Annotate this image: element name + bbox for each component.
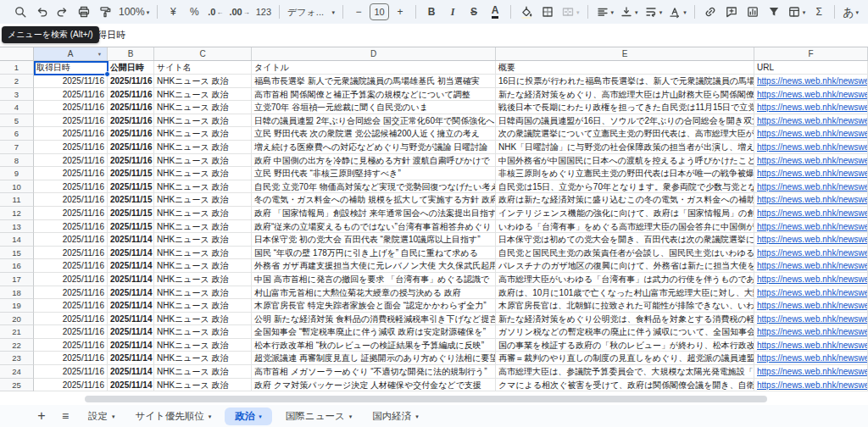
cell-acquired-datetime[interactable]: 2025/11/16 bbox=[34, 101, 108, 114]
cell-site-name[interactable]: NHKニュース 政治 bbox=[154, 141, 252, 154]
cell-site-name[interactable]: NHKニュース 政治 bbox=[154, 114, 252, 128]
cell-title[interactable]: 高市首相 関係閣僚と補正予算案の規模などについて調整 bbox=[252, 88, 496, 102]
fill-handle[interactable] bbox=[104, 71, 110, 77]
cell-url[interactable]: https://news.web.nhk/newswe bbox=[754, 365, 868, 379]
cell-summary[interactable]: 国の事業を検証する政府の「秋のレビュー」が終わり、松本行政改 bbox=[496, 339, 754, 352]
cell-title[interactable]: 福島市長選挙 新人で元衆議院議員の馬場雄基氏 初当選確実 bbox=[252, 75, 496, 88]
cell-url[interactable]: https://news.web.nhk/newswe bbox=[754, 286, 868, 300]
row-number[interactable]: 21 bbox=[0, 325, 34, 339]
cell-summary[interactable]: いわゆる「台湾有事」をめぐる高市総理大臣の国会答弁に中国側が bbox=[496, 220, 754, 234]
cell-url[interactable]: https://news.web.nhk/newswe bbox=[754, 101, 868, 114]
cell-published-datetime[interactable]: 2025/11/14 bbox=[108, 299, 154, 313]
cell-acquired-datetime[interactable]: 2025/11/16 bbox=[34, 88, 108, 102]
cell-site-name[interactable]: NHKニュース 政治 bbox=[154, 220, 252, 234]
cell-acquired-datetime[interactable]: 2025/11/16 bbox=[34, 193, 108, 207]
insert-chart-button[interactable] bbox=[743, 2, 763, 22]
currency-format-button[interactable]: ¥ bbox=[163, 2, 183, 22]
cell-url[interactable]: https://news.web.nhk/newswe bbox=[754, 114, 868, 128]
sheet-tab-政治[interactable]: 政治▾ bbox=[225, 408, 272, 425]
row-number[interactable]: 14 bbox=[0, 233, 34, 247]
cell-published-datetime[interactable]: 2025/11/14 bbox=[108, 259, 154, 273]
cell-url[interactable]: https://news.web.nhk/newswe bbox=[754, 259, 868, 273]
cell-url[interactable]: https://news.web.nhk/newswe bbox=[754, 379, 868, 392]
cell-title[interactable]: タイトル bbox=[252, 61, 496, 75]
row-number[interactable]: 11 bbox=[0, 193, 34, 207]
formula-bar[interactable]: 取得日時 bbox=[0, 24, 868, 47]
cell-summary[interactable]: 16日に投票が行われた福島市長選挙は、新人で元衆議院議員の馬場 bbox=[496, 75, 754, 88]
cell-published-datetime[interactable]: 2025/11/14 bbox=[108, 339, 154, 352]
italic-button[interactable]: I bbox=[442, 2, 463, 22]
cell-summary[interactable]: 新たな経済対策をめぐり、高市総理大臣は片山財務大臣ら関係閣僚 bbox=[496, 88, 754, 102]
cell-site-name[interactable]: NHKニュース 政治 bbox=[154, 207, 252, 220]
cell-acquired-datetime[interactable]: 2025/11/16 bbox=[34, 141, 108, 154]
cell-site-name[interactable]: NHKニュース 政治 bbox=[154, 180, 252, 194]
cell-published-datetime[interactable]: 2025/11/16 bbox=[108, 75, 154, 88]
cell-summary[interactable]: 中国外務省が中国国民に日本への渡航を控えるよう呼びかけたこと bbox=[496, 154, 754, 168]
cell-title[interactable]: 木原官房長官 特定失踪者家族会と面会 “認定かかわらず全力” bbox=[252, 299, 496, 313]
cell-published-datetime[interactable]: 2025/11/14 bbox=[108, 313, 154, 326]
cell-title[interactable]: 立民 野田代表 次の衆院選 党公認候補200人近く擁立の考え bbox=[252, 127, 496, 141]
font-select[interactable]: デフォ... ▾ bbox=[285, 2, 337, 22]
cell-site-name[interactable]: NHKニュース 政治 bbox=[154, 101, 252, 114]
cell-summary[interactable]: 次の衆議院選挙について立憲民主党の野田代表は、高市総理大臣が bbox=[496, 127, 754, 141]
font-size-input[interactable]: 10 bbox=[370, 3, 389, 20]
column-header-a[interactable]: A ▾ bbox=[34, 47, 108, 60]
bold-button[interactable]: B bbox=[421, 2, 442, 22]
cell-url[interactable]: https://news.web.nhk/newswe bbox=[754, 154, 868, 168]
cell-title[interactable]: 政府 クマ対策パッケージ決定 人材確保や交付金などで支援 bbox=[252, 379, 496, 392]
cell-title[interactable]: 村山富市元首相に大勲位菊花大綬章の授与決める 政府 bbox=[252, 286, 496, 300]
cell-acquired-datetime[interactable]: 2025/11/16 bbox=[34, 114, 108, 128]
strikethrough-button[interactable]: S bbox=[464, 2, 484, 22]
cell-published-datetime[interactable]: 2025/11/14 bbox=[108, 379, 154, 392]
cell-url[interactable]: https://news.web.nhk/newswe bbox=[754, 193, 868, 207]
cell-title[interactable]: 超党派議連 再審制度見直し 証拠開示のあり方めぐり法相に要望 bbox=[252, 352, 496, 365]
functions-button[interactable]: Σ bbox=[809, 2, 829, 22]
vertical-align-button[interactable]: ▾ bbox=[617, 2, 641, 22]
selected-cell-outline[interactable] bbox=[34, 61, 108, 75]
cell-site-name[interactable]: NHKニュース 政治 bbox=[154, 247, 252, 260]
cell-url[interactable]: https://news.web.nhk/newswe bbox=[754, 207, 868, 220]
cell-acquired-datetime[interactable]: 2025/11/16 bbox=[34, 220, 108, 234]
insert-comment-button[interactable] bbox=[721, 2, 742, 22]
cell-published-datetime[interactable]: 2025/11/14 bbox=[108, 365, 154, 379]
cell-acquired-datetime[interactable]: 2025/11/16 bbox=[34, 325, 108, 339]
cell-title[interactable]: 中国 高市首相に発言の撤回を要求 「台湾有事」めぐる認識で bbox=[252, 273, 496, 286]
cell-acquired-datetime[interactable]: 2025/11/16 bbox=[34, 286, 108, 300]
cell-published-datetime[interactable]: 2025/11/14 bbox=[108, 286, 154, 300]
cell-title[interactable]: 公明 新たな経済対策 食料品の消費税軽減税率引き下げなど提言 bbox=[252, 313, 496, 326]
cell-site-name[interactable]: NHKニュース 政治 bbox=[154, 167, 252, 180]
row-number[interactable]: 1 bbox=[0, 61, 34, 75]
column-header-c[interactable]: C bbox=[154, 47, 252, 60]
cell-summary[interactable]: NHK「日曜討論」に与野党の社会保障政策の担当者が出演し、増え bbox=[496, 141, 754, 154]
cell-url[interactable]: https://news.web.nhk/newswe bbox=[754, 167, 868, 180]
cell-site-name[interactable]: NHKニュース 政治 bbox=[154, 313, 252, 326]
cell-published-datetime[interactable]: 2025/11/15 bbox=[108, 167, 154, 180]
cell-url[interactable]: https://news.web.nhk/newswe bbox=[754, 220, 868, 234]
paint-format-button[interactable] bbox=[95, 2, 115, 22]
cell-summary[interactable]: 概要 bbox=[496, 61, 754, 75]
select-all-corner[interactable] bbox=[0, 47, 34, 60]
cell-url[interactable]: https://news.web.nhk/newswe bbox=[754, 325, 868, 339]
cell-url[interactable]: https://news.web.nhk/newswe bbox=[754, 299, 868, 313]
cell-url[interactable]: https://news.web.nhk/newswe bbox=[754, 88, 868, 102]
cell-title[interactable]: 日本保守党 初の党大会 百田代表 “衆院選10議席以上目指す” bbox=[252, 233, 496, 247]
row-number[interactable]: 8 bbox=[0, 154, 34, 168]
cell-acquired-datetime[interactable]: 2025/11/16 bbox=[34, 365, 108, 379]
cell-site-name[interactable]: NHKニュース 政治 bbox=[154, 365, 252, 379]
cell-site-name[interactable]: NHKニュース 政治 bbox=[154, 233, 252, 247]
cell-summary[interactable]: 高市総理大臣は、参議院予算委員会で、大規模な太陽光発電施設「 bbox=[496, 365, 754, 379]
row-number[interactable]: 3 bbox=[0, 88, 34, 102]
row-number[interactable]: 16 bbox=[0, 259, 34, 273]
cell-published-datetime[interactable]: 2025/11/14 bbox=[108, 233, 154, 247]
cell-acquired-datetime[interactable]: 2025/11/16 bbox=[34, 75, 108, 88]
cell-title[interactable]: 増え続ける医療費への対応などめぐり与野党が議論 日曜討論 bbox=[252, 141, 496, 154]
cell-acquired-datetime[interactable]: 2025/11/16 bbox=[34, 207, 108, 220]
cell-title[interactable]: 全国知事会 “暫定税率廃止に伴う減収 政府は安定財源確保を” bbox=[252, 325, 496, 339]
row-number[interactable]: 17 bbox=[0, 273, 34, 286]
row-number[interactable]: 2 bbox=[0, 75, 34, 88]
cell-url[interactable]: https://news.web.nhk/newswe bbox=[754, 339, 868, 352]
row-number[interactable]: 15 bbox=[0, 247, 34, 260]
cell-acquired-datetime[interactable]: 2025/11/16 bbox=[34, 273, 108, 286]
decrease-font-size-button[interactable]: − bbox=[348, 2, 369, 22]
cell-acquired-datetime[interactable]: 2025/11/16 bbox=[34, 180, 108, 194]
